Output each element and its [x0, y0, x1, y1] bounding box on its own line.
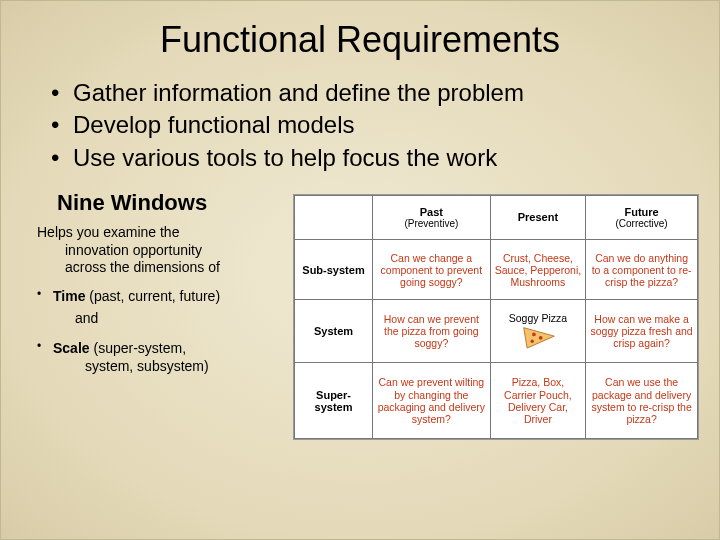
sub-bullet-time: Time (past, current, future) and [37, 287, 283, 333]
dimension-label: Scale [53, 340, 90, 356]
svg-point-0 [532, 333, 536, 337]
main-bullet: Use various tools to help focus the work [51, 142, 689, 174]
row-header-system: System [295, 300, 373, 363]
cell: Crust, Cheese, Sauce, Pepperoni, Mushroo… [490, 240, 585, 300]
col-header-past: Past (Preventive) [373, 196, 491, 240]
row-header-supersystem: Super-system [295, 362, 373, 438]
dimension-paren: (super-system, [90, 340, 186, 356]
dimension-line2: system, subsystem) [53, 357, 283, 375]
lead-text: innovation opportunity [37, 242, 283, 260]
svg-point-2 [530, 340, 533, 343]
row-header-subsystem: Sub-system [295, 240, 373, 300]
nine-windows-table: Past (Preventive) Present Future (Correc… [294, 195, 698, 439]
left-column: Nine Windows Helps you examine the innov… [33, 190, 283, 440]
nine-windows-table-container: Past (Preventive) Present Future (Correc… [293, 194, 699, 440]
sub-bullet-scale: Scale (super-system, system, subsystem) [37, 339, 283, 375]
cell-center: Soggy Pizza [490, 300, 585, 363]
table-row: Sub-system Can we change a component to … [295, 240, 698, 300]
cell: Pizza, Box, Carrier Pouch, Delivery Car,… [490, 362, 585, 438]
main-bullet: Gather information and define the proble… [51, 77, 689, 109]
col-header-future: Future (Corrective) [586, 196, 698, 240]
section-lead: Helps you examine the innovation opportu… [33, 224, 283, 287]
cell: Can we use the package and delivery syst… [586, 362, 698, 438]
col-header-main: Past [420, 206, 443, 218]
col-header-main: Present [518, 211, 558, 223]
section-heading: Nine Windows [33, 190, 283, 224]
lead-text: across the dimensions of [37, 259, 283, 277]
slide-title: Functional Requirements [1, 1, 719, 69]
dimension-paren: (past, current, future) [85, 288, 220, 304]
cell: Can we do anything to a component to re-… [586, 240, 698, 300]
table-row: Super-system Can we prevent wilting by c… [295, 362, 698, 438]
col-header-sub: (Corrective) [590, 218, 693, 230]
col-header-sub: (Preventive) [377, 218, 486, 230]
col-header-main: Future [624, 206, 658, 218]
lead-text: Helps you examine the [37, 224, 179, 240]
table-row: System How can we prevent the pizza from… [295, 300, 698, 363]
col-header-present: Present [490, 196, 585, 240]
conjunction: and [53, 305, 283, 333]
cell: Can we prevent wilting by changing the p… [373, 362, 491, 438]
center-label: Soggy Pizza [509, 312, 567, 324]
cell: How can we make a soggy pizza fresh and … [586, 300, 698, 363]
main-bullet-list: Gather information and define the proble… [1, 69, 719, 184]
cell: How can we prevent the pizza from going … [373, 300, 491, 363]
main-bullet: Develop functional models [51, 109, 689, 141]
pizza-icon [522, 324, 556, 350]
sub-bullet-list: Time (past, current, future) and Scale (… [33, 287, 283, 376]
svg-point-1 [539, 336, 543, 340]
dimension-label: Time [53, 288, 85, 304]
table-corner [295, 196, 373, 240]
cell: Can we change a component to prevent goi… [373, 240, 491, 300]
